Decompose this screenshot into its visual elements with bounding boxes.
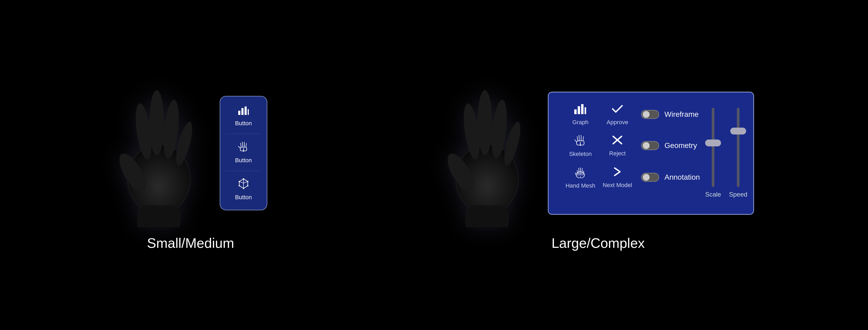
svg-point-28: [239, 181, 240, 182]
annotation-toggle[interactable]: [641, 173, 659, 182]
svg-line-50: [577, 170, 578, 175]
nextmodel-label: Next Model: [603, 182, 632, 189]
wireframe-toggle-row: Wireframe: [641, 110, 699, 119]
svg-point-25: [247, 185, 248, 187]
speed-slider[interactable]: [737, 108, 740, 187]
svg-rect-8: [241, 108, 244, 115]
svg-line-43: [579, 135, 579, 141]
svg-line-21: [239, 182, 244, 183]
speed-slider-thumb[interactable]: [730, 128, 746, 134]
handmesh-label: Hand Mesh: [565, 182, 595, 189]
approve-icon: [611, 103, 624, 117]
svg-point-26: [243, 188, 244, 189]
handmesh-group: Hand Mesh: [562, 165, 599, 189]
scale-slider-thumb[interactable]: [705, 139, 721, 146]
small-medium-section: Button: [114, 79, 267, 251]
scale-slider-container: Scale: [705, 103, 721, 198]
graph-icon: [574, 103, 587, 117]
panel-button-graph[interactable]: Button: [225, 103, 261, 129]
svg-rect-38: [581, 104, 584, 114]
panel-row-2: Skeleton Reject: [562, 134, 700, 158]
approve-label: Approve: [607, 119, 628, 126]
left-hand-small: [114, 79, 204, 227]
skeleton-large-icon: [574, 134, 587, 149]
svg-line-46: [575, 139, 577, 142]
scale-slider-label: Scale: [705, 191, 721, 198]
svg-point-32: [477, 90, 492, 155]
geometry-label: Geometry: [664, 141, 697, 150]
svg-line-54: [583, 171, 584, 175]
skeleton-label: Skeleton: [569, 151, 592, 158]
panel-row-1: Graph Approve Wirefr: [562, 103, 700, 126]
svg-rect-10: [248, 109, 249, 115]
scale-slider[interactable]: [712, 108, 714, 187]
svg-rect-7: [238, 111, 240, 115]
panel-button-cube[interactable]: Button: [225, 175, 261, 203]
svg-rect-37: [578, 106, 580, 114]
divider-2: [225, 171, 261, 171]
svg-point-23: [243, 178, 244, 180]
reject-group: Reject: [599, 134, 636, 157]
svg-rect-6: [137, 205, 181, 227]
handmesh-icon: [574, 165, 587, 181]
left-hand-large: [442, 79, 532, 227]
svg-line-45: [583, 136, 584, 141]
panel-left-content: Graph Approve Wirefr: [562, 103, 700, 203]
nextmodel-icon: [611, 166, 624, 180]
main-scene: Button: [0, 0, 868, 330]
btn-skeleton-label: Button: [235, 157, 252, 164]
panel-sliders: Scale Speed: [705, 103, 747, 203]
wireframe-label: Wireframe: [664, 110, 699, 119]
divider-1: [225, 134, 261, 134]
svg-line-17: [238, 146, 240, 148]
svg-line-16: [246, 143, 246, 147]
svg-rect-36: [574, 109, 577, 114]
svg-rect-39: [585, 107, 586, 114]
chart-icon: [238, 105, 249, 118]
svg-rect-9: [245, 106, 247, 115]
large-hands-panel: Graph Approve Wirefr: [442, 79, 754, 227]
svg-point-3: [149, 90, 164, 155]
geometry-toggle[interactable]: [641, 141, 659, 150]
svg-point-24: [247, 181, 248, 182]
graph-label: Graph: [572, 119, 589, 126]
panel-row-3: Hand Mesh Next Model: [562, 165, 700, 189]
wireframe-toggle[interactable]: [641, 110, 659, 119]
hands-and-panel-small: Button: [114, 79, 267, 227]
reject-icon: [611, 134, 624, 148]
skeleton-group: Skeleton: [562, 134, 599, 158]
nextmodel-group: Next Model: [599, 166, 636, 189]
graph-group: Graph: [562, 103, 599, 126]
large-complex-section: Graph Approve Wirefr: [442, 79, 754, 251]
reject-label: Reject: [609, 150, 625, 157]
panel-button-skeleton[interactable]: Button: [225, 138, 261, 166]
svg-point-27: [239, 185, 240, 187]
speed-slider-label: Speed: [729, 191, 747, 198]
sliders-row: Scale Speed: [705, 103, 747, 198]
cube-icon: [238, 178, 249, 192]
small-panel: Button: [220, 96, 267, 210]
svg-rect-35: [465, 205, 509, 227]
svg-line-13: [241, 143, 241, 147]
large-panel: Graph Approve Wirefr: [548, 92, 754, 215]
small-medium-title: Small/Medium: [147, 235, 234, 251]
large-complex-title: Large/Complex: [552, 235, 645, 251]
btn-cube-label: Button: [235, 194, 252, 201]
annotation-label: Annotation: [664, 173, 700, 182]
annotation-toggle-row: Annotation: [641, 173, 700, 182]
skeleton-icon: [238, 141, 249, 155]
btn-graph-label: Button: [235, 120, 252, 127]
svg-line-42: [577, 136, 578, 141]
svg-line-20: [244, 182, 248, 183]
approve-group: Approve: [599, 103, 636, 126]
speed-slider-container: Speed: [729, 103, 747, 198]
geometry-toggle-row: Geometry: [641, 141, 697, 150]
